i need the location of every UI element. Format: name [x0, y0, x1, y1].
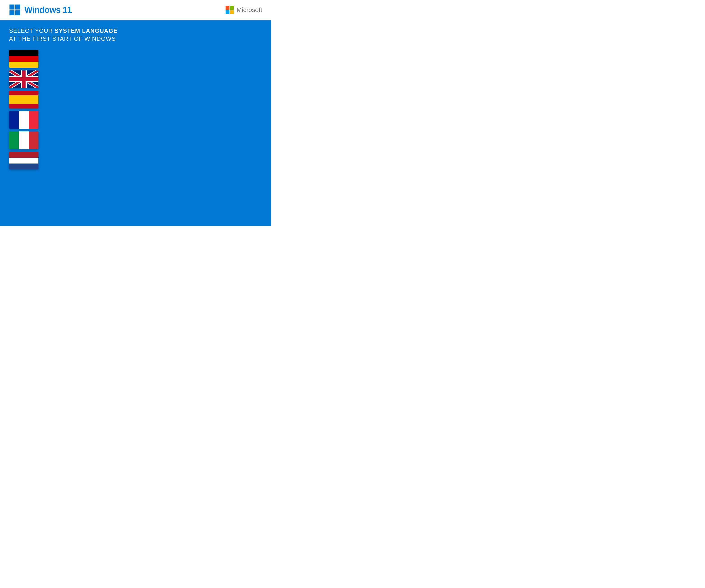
windows-title: Windows 11 [25, 5, 72, 15]
blue-section: SELECT YOUR SYSTEM LANGUAGE AT THE FIRST… [0, 20, 271, 226]
flag-dutch[interactable] [9, 152, 38, 169]
svg-rect-5 [230, 6, 234, 10]
microsoft-brand: Microsoft [226, 6, 262, 14]
windows-logo-icon [9, 4, 21, 16]
svg-rect-2 [9, 10, 14, 15]
headline: SELECT YOUR SYSTEM LANGUAGE AT THE FIRST… [9, 27, 117, 43]
header: Windows 11 Microsoft [0, 0, 271, 20]
flag-french[interactable] [9, 111, 38, 129]
svg-rect-0 [9, 4, 14, 9]
flag-uk[interactable] [9, 70, 38, 88]
headline-line1-light: SELECT YOUR [9, 27, 55, 34]
flag-german[interactable] [9, 50, 38, 67]
flag-italian[interactable] [9, 131, 38, 149]
headline-line2: AT THE FIRST START OF WINDOWS [9, 35, 117, 43]
windows-title-light: Windows [25, 5, 63, 15]
svg-rect-3 [15, 10, 20, 15]
flag-spanish[interactable] [9, 91, 38, 108]
svg-rect-6 [226, 10, 229, 14]
headline-line1-bold: SYSTEM LANGUAGE [55, 27, 117, 34]
windows-title-bold: 11 [63, 5, 72, 15]
svg-rect-1 [15, 4, 20, 9]
windows-brand: Windows 11 [9, 4, 72, 16]
left-column: SELECT YOUR SYSTEM LANGUAGE AT THE FIRST… [9, 27, 117, 169]
microsoft-logo-icon [226, 6, 234, 14]
svg-rect-4 [226, 6, 229, 10]
microsoft-text: Microsoft [236, 6, 262, 13]
flags-list [9, 50, 117, 169]
svg-rect-16 [9, 77, 38, 81]
svg-rect-7 [230, 10, 234, 14]
